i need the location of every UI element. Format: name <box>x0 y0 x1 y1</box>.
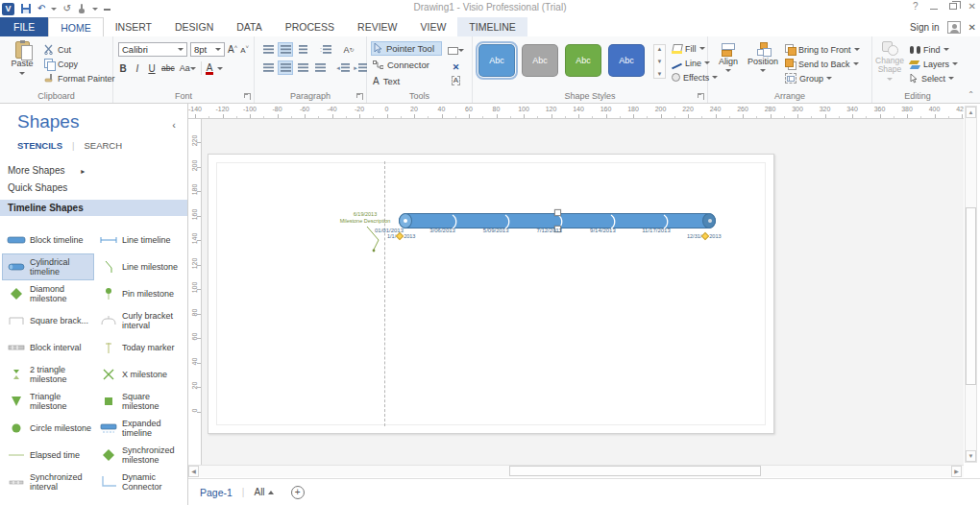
cut-button[interactable]: Cut <box>42 42 117 57</box>
align-bottom-button[interactable] <box>295 42 310 57</box>
drawing-viewport[interactable]: 6/19/2013 Milestone Description <box>202 119 964 465</box>
tab-file[interactable]: FILE <box>0 17 48 36</box>
change-case-button[interactable]: Aa <box>180 63 196 73</box>
send-to-back-button[interactable]: Send to Back <box>783 57 862 71</box>
shape-square-brack[interactable]: Square brack... <box>2 307 94 334</box>
grow-font-button[interactable]: A˄ <box>228 44 237 55</box>
align-center-button[interactable] <box>278 60 293 75</box>
rectangle-tool-button[interactable] <box>448 41 464 59</box>
shape-diamond-milestone[interactable]: Diamond milestone <box>2 280 94 307</box>
gallery-down-icon[interactable]: ▼ <box>657 59 663 64</box>
timeline-start-handle[interactable]: 1/1/ 2013 <box>387 233 415 239</box>
align-left-button[interactable] <box>260 60 276 75</box>
pointer-tool-button[interactable]: Pointer Tool <box>371 41 442 56</box>
page-tab-page-1[interactable]: Page-1 <box>200 487 233 498</box>
yellow-control-handle-icon[interactable] <box>396 232 404 240</box>
connector-tool-button[interactable]: Connector <box>371 58 442 72</box>
shape-circle-milestone[interactable]: Circle milestone <box>2 415 94 442</box>
text-tool-button[interactable]: A Text <box>371 74 442 88</box>
style-swatch-theme-green[interactable]: Abc <box>565 44 601 77</box>
cylindrical-timeline-shape[interactable] <box>399 213 716 228</box>
all-pages-button[interactable]: All <box>254 487 273 497</box>
shape-curly-bracket-interval[interactable]: Curly bracket interval <box>94 307 186 334</box>
style-swatch-theme-blue[interactable]: Abc <box>478 44 515 77</box>
vertical-scroll-thumb[interactable] <box>966 207 976 385</box>
drawing-page[interactable] <box>208 154 774 434</box>
shape-synchronized-interval[interactable]: Synchronized interval <box>2 469 94 495</box>
find-button[interactable]: Find <box>908 42 960 57</box>
collapse-ribbon-icon[interactable]: ⌃ <box>968 90 974 99</box>
increase-indent-button[interactable]: ▸ <box>353 60 368 75</box>
timeline-end-handle[interactable]: 12/31/ 2013 <box>687 233 722 239</box>
paste-button[interactable]: Paste <box>6 41 38 91</box>
tab-review[interactable]: REVIEW <box>346 17 408 36</box>
shape-expanded-timeline[interactable]: Expanded timeline <box>94 415 186 442</box>
close-drawing-icon[interactable]: ✕ <box>968 22 976 33</box>
bold-button[interactable]: B <box>118 63 128 74</box>
vertical-scrollbar[interactable]: ▲ ▼ <box>965 106 977 463</box>
shape-synchronized-milestone[interactable]: Synchronized milestone <box>94 442 186 469</box>
align-right-button[interactable] <box>295 60 310 75</box>
tab-home[interactable]: HOME <box>48 17 104 36</box>
font-color-dropdown-icon[interactable] <box>217 67 223 73</box>
shape-2-triangle-milestone[interactable]: 2 triangle milestone <box>2 361 94 388</box>
restore-icon[interactable] <box>949 3 957 10</box>
minimize-icon[interactable] <box>930 9 938 10</box>
paste-dropdown-icon[interactable] <box>19 72 25 78</box>
italic-button[interactable]: I <box>133 63 142 74</box>
milestone-callout[interactable]: 6/19/2013 Milestone Description <box>322 211 408 225</box>
tab-data[interactable]: DATA <box>225 17 273 36</box>
horizontal-scroll-thumb[interactable] <box>509 466 761 476</box>
text-block-tool-button[interactable]: A <box>452 76 460 85</box>
align-button[interactable]: Align <box>712 41 745 91</box>
scroll-down-icon[interactable]: ▼ <box>966 450 976 462</box>
tab-insert[interactable]: INSERT <box>104 17 163 36</box>
help-icon[interactable]: ? <box>913 1 919 12</box>
shape-block-timeline[interactable]: Block timeline <box>2 227 94 253</box>
shape-x-milestone[interactable]: X milestone <box>94 361 186 388</box>
bullets-button[interactable]: : <box>318 42 333 57</box>
close-icon[interactable]: ✕ <box>968 1 976 12</box>
scroll-right-icon[interactable]: ▶ <box>951 466 962 477</box>
shape-block-interval[interactable]: Block interval <box>2 334 94 361</box>
tab-view[interactable]: VIEW <box>409 17 458 36</box>
yellow-control-handle-icon[interactable] <box>701 232 709 240</box>
shrink-font-button[interactable]: A˅ <box>240 44 249 55</box>
tab-stencils[interactable]: STENCILS <box>17 140 62 151</box>
tab-timeline[interactable]: TIMELINE <box>457 17 527 36</box>
group-button[interactable]: Group <box>783 71 862 85</box>
font-size-select[interactable]: 8pt <box>190 42 225 57</box>
shape-square-milestone[interactable]: Square milestone <box>94 388 186 415</box>
change-shape-button[interactable]: Change Shape <box>874 41 905 91</box>
font-color-button[interactable]: A <box>207 62 213 74</box>
align-top-button[interactable] <box>260 42 276 57</box>
position-button[interactable]: Position <box>747 41 779 91</box>
shape-today-marker[interactable]: Today marker <box>94 334 186 361</box>
style-swatch-theme-gray[interactable]: Abc <box>522 44 558 77</box>
user-avatar-icon[interactable] <box>947 21 961 34</box>
tab-design[interactable]: DESIGN <box>163 17 225 36</box>
shape-line-milestone[interactable]: Line milestone <box>94 253 186 280</box>
strikethrough-button[interactable]: abc <box>161 63 175 73</box>
copy-button[interactable]: Copy <box>42 57 117 71</box>
decrease-indent-button[interactable]: ◂ <box>335 60 351 75</box>
shape-dynamic-connector[interactable]: Dynamic Connector <box>94 469 186 495</box>
stencil-timeline-shapes[interactable]: Timeline Shapes <box>0 200 188 216</box>
font-family-select[interactable]: Calibri <box>118 42 187 57</box>
add-page-button[interactable]: + <box>291 486 305 499</box>
gallery-up-icon[interactable]: ▲ <box>657 46 663 52</box>
format-painter-button[interactable]: Format Painter <box>42 71 117 85</box>
gallery-more-icon[interactable]: ▼ <box>657 71 663 77</box>
shape-pin-milestone[interactable]: Pin milestone <box>94 280 186 307</box>
tab-search[interactable]: SEARCH <box>84 140 122 151</box>
shape-cylindrical-timeline[interactable]: Cylindrical timeline <box>2 253 94 280</box>
align-middle-button[interactable] <box>278 42 293 57</box>
justify-button[interactable] <box>312 60 328 75</box>
horizontal-scrollbar[interactable]: ◀ ▶ <box>188 465 964 477</box>
tab-process[interactable]: PROCESS <box>274 17 346 36</box>
text-direction-button[interactable]: A↻ <box>341 42 356 57</box>
more-shapes-item[interactable]: More Shapes ▸ <box>8 163 85 179</box>
sign-in-link[interactable]: Sign in <box>910 22 940 33</box>
bring-to-front-button[interactable]: Bring to Front <box>783 42 862 57</box>
shape-elapsed-time[interactable]: Elapsed time <box>2 442 94 469</box>
